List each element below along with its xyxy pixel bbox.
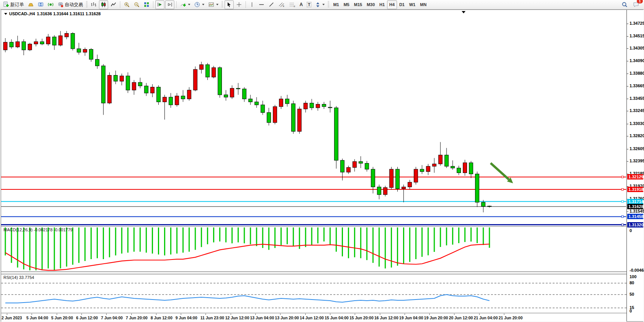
new-order-button[interactable]: 新订单 — [2, 0, 26, 9]
price-line-label: 1.31320 — [627, 222, 643, 227]
time-tick-mark — [280, 314, 281, 315]
price-tick-mark — [627, 24, 628, 24]
text-tool-button[interactable]: A — [298, 0, 304, 9]
candle-body — [395, 169, 399, 189]
price-tick-label: 1.32820 — [630, 133, 644, 138]
macd-histogram-bar — [293, 227, 294, 246]
horizontal-line-icon — [258, 2, 265, 8]
timeframe-M15[interactable]: M15 — [352, 0, 364, 9]
candle-body — [255, 102, 258, 105]
macd-histogram-bar — [385, 227, 386, 268]
search-button[interactable] — [620, 0, 629, 9]
profile-button[interactable] — [36, 0, 45, 9]
candle-body — [469, 163, 473, 174]
signals-button[interactable] — [46, 0, 55, 9]
chart-shift-marker-icon[interactable] — [462, 11, 465, 13]
time-tick-mark — [7, 314, 7, 315]
channel-tool-button[interactable]: E — [277, 0, 287, 9]
auto-scroll-button[interactable] — [155, 0, 164, 9]
cursor-tool-button[interactable] — [225, 0, 234, 9]
candle-body — [451, 166, 454, 168]
rsi-indicator-label: RSI(14) 33.7754 — [3, 275, 34, 280]
macd-histogram-bar — [409, 227, 410, 262]
time-tick-mark — [380, 314, 380, 315]
price-tick-label: 1.32395 — [630, 159, 644, 163]
time-axis[interactable]: 2 Jun 20235 Jun 04:005 Jun 20:006 Jun 12… — [1, 314, 626, 322]
macd-pane[interactable] — [1, 226, 626, 272]
time-axis-label: 19 Jun 04:00 — [399, 316, 423, 320]
macd-histogram-bar — [458, 227, 459, 243]
tile-windows-button[interactable] — [142, 0, 151, 9]
gold-button[interactable] — [26, 0, 35, 9]
line-handle[interactable] — [622, 176, 623, 178]
macd-histogram-bar — [470, 227, 472, 242]
arrows-tool-button[interactable] — [314, 0, 326, 9]
macd-histogram-bar — [250, 227, 251, 244]
line-handle[interactable] — [622, 200, 623, 202]
timeframe-D1[interactable]: D1 — [397, 0, 407, 9]
crosshair-tool-button[interactable] — [234, 0, 244, 9]
price-axis[interactable]: 1.347251.345151.343051.340901.338801.336… — [627, 10, 644, 321]
line-chart-button[interactable] — [109, 0, 118, 9]
new-order-label: 新订单 — [10, 2, 24, 8]
macd-histogram-bar — [219, 227, 220, 242]
timeframe-M1[interactable]: M1 — [331, 0, 341, 9]
timeframe-button-group: M1M5M15M30H1H4D1W1MN — [331, 0, 429, 9]
macd-axis-max: 0 — [630, 228, 632, 233]
timeframe-H4[interactable]: H4 — [387, 0, 397, 9]
toolbar-separator — [222, 1, 223, 8]
candle-body — [261, 105, 265, 112]
time-axis-label: 19 Jun 20:00 — [424, 316, 448, 320]
timeframe-H1[interactable]: H1 — [377, 0, 387, 9]
zoom-out-button[interactable] — [132, 0, 141, 9]
indicators-icon — [180, 2, 186, 8]
periods-button[interactable] — [193, 0, 206, 9]
timeframe-MN[interactable]: MN — [418, 0, 429, 9]
candle-body — [96, 59, 99, 66]
zoom-in-button[interactable] — [122, 0, 131, 9]
candle-body — [28, 44, 32, 50]
trendline-tool-button[interactable] — [267, 0, 276, 9]
candle-body — [102, 66, 105, 103]
candle-body — [359, 162, 363, 163]
macd-histogram-bar — [195, 227, 196, 250]
vertical-line-icon — [249, 2, 255, 8]
auto-trading-button[interactable]: 自动交易 — [56, 0, 84, 9]
candlestick-chart-button[interactable] — [99, 0, 108, 9]
notification-badge: 1 — [637, 0, 643, 3]
text-label-tool-button[interactable]: T — [305, 0, 313, 9]
timeframe-M5[interactable]: M5 — [341, 0, 352, 9]
horizontal-line-tool-button[interactable] — [257, 0, 266, 9]
macd-histogram-bar — [134, 227, 135, 252]
macd-histogram-bar — [348, 227, 349, 258]
price-line-label: 1.31918 — [627, 187, 643, 192]
candle-body — [218, 67, 222, 95]
fibonacci-tool-button[interactable]: F — [287, 0, 297, 9]
chart-menu-caret-icon[interactable] — [4, 13, 7, 15]
line-handle[interactable] — [622, 216, 623, 218]
macd-histogram-bar — [201, 227, 202, 247]
candle-body — [481, 202, 485, 207]
timeframe-M30[interactable]: M30 — [364, 0, 377, 9]
candlestick-icon — [100, 2, 107, 8]
price-chart-pane[interactable] — [1, 11, 626, 226]
notifications-button[interactable]: 1 — [631, 0, 641, 9]
bar-chart-button[interactable] — [89, 0, 98, 9]
macd-histogram-bar — [60, 227, 61, 268]
fibonacci-icon: F — [289, 2, 296, 8]
time-tick-mark — [206, 314, 206, 315]
vertical-line-tool-button[interactable] — [248, 0, 256, 9]
macd-histogram-bar — [421, 227, 422, 257]
candle-body — [353, 162, 357, 168]
rsi-pane[interactable] — [1, 274, 626, 313]
line-handle[interactable] — [622, 189, 623, 191]
templates-button[interactable] — [207, 0, 220, 9]
indicators-button[interactable] — [179, 0, 192, 9]
chart-shift-button[interactable] — [165, 0, 174, 9]
line-handle[interactable] — [622, 224, 623, 226]
time-axis-label: 7 Jun 20:00 — [126, 316, 148, 320]
timeframe-W1[interactable]: W1 — [407, 0, 418, 9]
candle-body — [65, 34, 69, 37]
rsi-axis-label: 0 — [630, 309, 632, 313]
macd-histogram-bar — [109, 227, 110, 257]
